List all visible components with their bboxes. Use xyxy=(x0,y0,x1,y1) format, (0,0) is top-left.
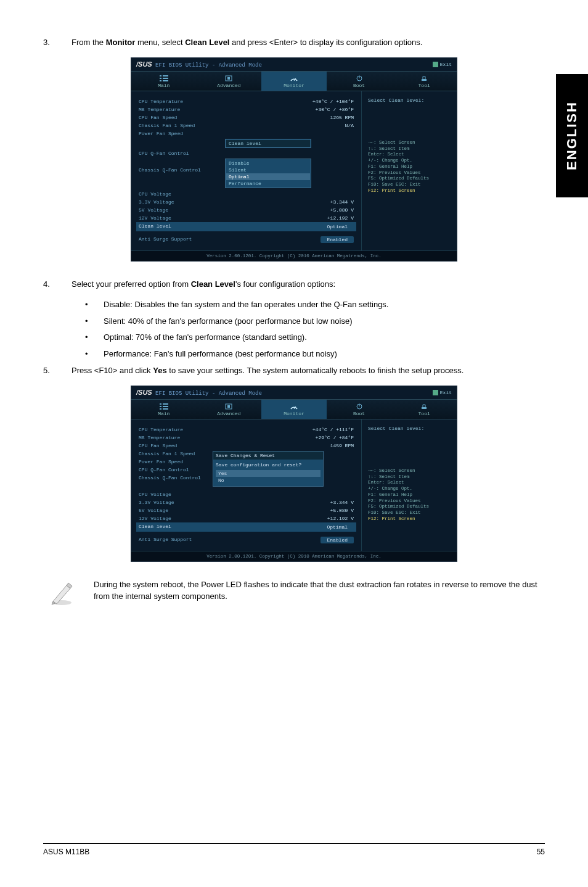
bullet-silent: Silent: 40% of the fan's performance (po… xyxy=(104,316,353,328)
row-cpu-voltage: CPU Voltage xyxy=(139,490,354,498)
row-3v: 3.3V Voltage+3.344 V xyxy=(139,198,354,206)
row-cpu-voltage: CPU Voltage xyxy=(139,190,354,198)
option-list: •Disable: Disables the fan system and th… xyxy=(43,299,545,360)
svg-rect-16 xyxy=(160,408,161,410)
row-cpu-fan: CPU Fan Speed1265 RPM xyxy=(139,113,354,122)
svg-rect-0 xyxy=(160,75,161,76)
svg-rect-1 xyxy=(163,75,168,76)
footer-page: 55 xyxy=(537,848,545,856)
bios-titlebar: /SUS EFI BIOS Utility - Advanced Mode Ex… xyxy=(131,386,457,399)
row-clean-level[interactable]: Clean levelOptimal xyxy=(136,222,356,231)
svg-rect-2 xyxy=(160,78,161,79)
row-cpu-temp: CPU Temperature+44°C / +111°F xyxy=(139,426,354,434)
bios-screenshot-2: /SUS EFI BIOS Utility - Advanced Mode Ex… xyxy=(131,386,457,562)
opt-optimal[interactable]: Optimal xyxy=(226,173,310,180)
footer-model: ASUS M11BB xyxy=(43,848,89,856)
list-icon xyxy=(160,403,168,410)
bullet-performance: Performance: Fan's full performance (bes… xyxy=(104,349,337,360)
row-anti-surge[interactable]: Anti Surge SupportEnabled xyxy=(139,535,354,545)
tab-boot[interactable]: Boot xyxy=(327,72,392,91)
row-12v: 12V Voltage+12.192 V xyxy=(139,514,354,522)
svg-rect-15 xyxy=(163,406,168,407)
bullet-optimal: Optimal: 70% of the fan's performance (s… xyxy=(104,332,307,344)
power-icon xyxy=(355,403,364,410)
step-number: 3. xyxy=(43,37,71,49)
svg-rect-14 xyxy=(160,406,161,407)
svg-rect-17 xyxy=(163,408,168,410)
bios-menu: Main Advanced Monitor Boot Tool xyxy=(131,399,457,419)
exit-icon xyxy=(433,390,438,395)
row-3v: 3.3V Voltage+3.344 V xyxy=(139,498,354,506)
tab-main[interactable]: Main xyxy=(131,72,197,91)
bios-footer: Version 2.00.1201. Copyright (C) 2010 Am… xyxy=(131,551,457,561)
row-chassis-qfan[interactable]: Chassis Q-Fan Control xyxy=(139,474,354,482)
gauge-icon xyxy=(290,75,298,81)
tab-boot[interactable]: Boot xyxy=(327,400,392,419)
tab-monitor[interactable]: Monitor xyxy=(261,400,327,419)
svg-rect-5 xyxy=(163,80,168,81)
row-12v: 12V Voltage+12.192 V xyxy=(139,214,354,222)
row-cpu-temp: CPU Temperature+40°C / +104°F xyxy=(139,97,354,105)
svg-rect-12 xyxy=(160,403,161,405)
chip-icon xyxy=(224,75,233,81)
bios-left-panel: CPU Temperature+44°C / +111°F MB Tempera… xyxy=(131,419,361,551)
bios-titlebar: /SUS EFI BIOS Utility - Advanced Mode Ex… xyxy=(131,58,457,71)
exit-button[interactable]: Exit xyxy=(433,62,452,67)
note-block: During the system reboot, the Power LED … xyxy=(43,579,545,606)
svg-rect-11 xyxy=(422,79,427,81)
svg-rect-13 xyxy=(163,403,168,405)
row-clean-level[interactable]: Clean levelOptimal xyxy=(136,522,356,532)
bios-footer: Version 2.00.1201. Copyright (C) 2010 Am… xyxy=(131,250,457,261)
step-number: 4. xyxy=(43,279,71,291)
pencil-icon xyxy=(48,579,75,606)
bios-help-panel: Select Clean level: →←: Select Screen↑↓:… xyxy=(361,91,457,250)
step-number: 5. xyxy=(43,365,71,377)
row-mb-temp: MB Temperature+29°C / +84°F xyxy=(139,434,354,442)
tab-main[interactable]: Main xyxy=(131,400,197,419)
row-mb-temp: MB Temperature+30°C / +86°F xyxy=(139,105,354,113)
clean-level-dropdown-label: Clean level xyxy=(225,139,311,148)
power-icon xyxy=(355,75,364,81)
row-5v: 5V Voltage+5.080 V xyxy=(139,206,354,214)
tab-tool[interactable]: Tool xyxy=(391,400,457,419)
bios-help-panel: Select Clean level: →←: Select Screen↑↓:… xyxy=(361,419,457,551)
exit-button[interactable]: Exit xyxy=(433,390,452,395)
step-3: 3. From the Monitor menu, select Clean L… xyxy=(43,37,545,49)
svg-rect-23 xyxy=(422,407,427,409)
svg-rect-19 xyxy=(227,405,230,408)
key-hints: →←: Select Screen↑↓: Select ItemEnter: S… xyxy=(368,140,451,194)
help-title: Select Clean level: xyxy=(368,426,451,431)
svg-rect-4 xyxy=(160,80,161,81)
bios-menu: Main Advanced Monitor Boot Tool xyxy=(131,71,457,91)
row-power-fan: Power Fan Speed xyxy=(139,130,354,138)
help-title: Select Clean level: xyxy=(368,97,451,103)
row-cpu-fan: CPU Fan Speed1459 RPM xyxy=(139,442,354,450)
note-text: During the system reboot, the Power LED … xyxy=(94,579,540,603)
key-hints: →←: Select Screen↑↓: Select ItemEnter: S… xyxy=(368,468,451,522)
step-5: 5. Press <F10> and click Yes to save you… xyxy=(43,365,545,377)
row-anti-surge[interactable]: Anti Surge SupportEnabled xyxy=(139,235,354,244)
row-chassis-fan: Chassis Fan 1 SpeedN/A xyxy=(139,122,354,130)
language-tab: ENGLISH xyxy=(556,74,588,197)
svg-rect-7 xyxy=(227,77,230,80)
svg-rect-3 xyxy=(163,78,168,79)
bios-left-panel: CPU Temperature+40°C / +104°F MB Tempera… xyxy=(131,91,361,250)
row-cpu-qfan[interactable]: CPU Q-Fan Control xyxy=(139,149,354,157)
gauge-icon xyxy=(290,403,298,410)
dialog-title: Save Changes & Reset xyxy=(213,452,323,460)
exit-icon xyxy=(433,62,438,67)
tab-monitor[interactable]: Monitor xyxy=(261,72,327,91)
list-icon xyxy=(160,75,168,81)
row-5v: 5V Voltage+5.080 V xyxy=(139,506,354,514)
tab-advanced[interactable]: Advanced xyxy=(197,400,262,419)
page-footer: ASUS M11BB 55 xyxy=(43,843,545,856)
tab-advanced[interactable]: Advanced xyxy=(197,72,262,91)
bios-screenshot-1: /SUS EFI BIOS Utility - Advanced Mode Ex… xyxy=(131,57,457,262)
opt-performance[interactable]: Performance xyxy=(226,180,310,187)
tool-icon xyxy=(420,75,428,81)
tool-icon xyxy=(420,403,428,410)
tab-tool[interactable]: Tool xyxy=(391,72,457,91)
bullet-disable: Disable: Disables the fan system and the… xyxy=(104,299,388,311)
step-4: 4. Select your preferred option from Cle… xyxy=(43,279,545,291)
chip-icon xyxy=(224,403,233,410)
